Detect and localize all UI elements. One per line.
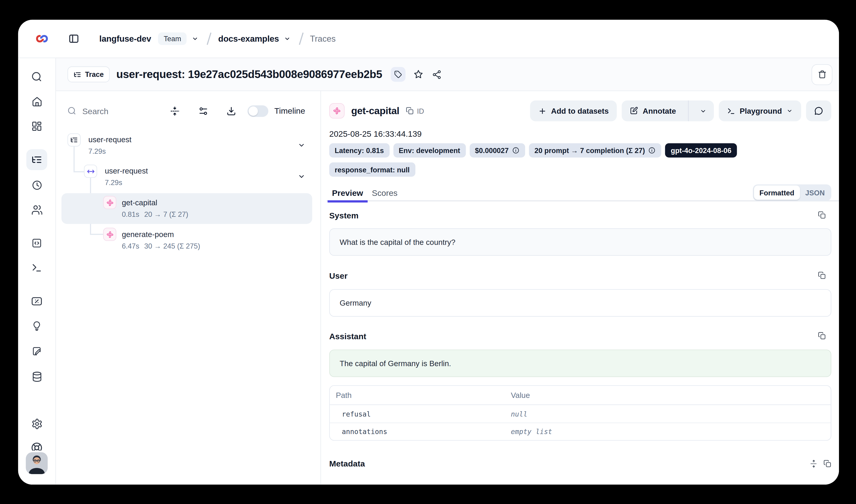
tracing-nav-icon-active[interactable] — [26, 149, 47, 170]
metadata-section-header: Metadata — [329, 459, 832, 468]
trace-badge-label: Trace — [85, 70, 104, 78]
table-row: refusal null — [330, 405, 831, 422]
terminal-icon — [727, 107, 735, 115]
timeline-label: Timeline — [274, 106, 305, 115]
view-mode-toggle: Formatted JSON — [753, 184, 832, 201]
trace-tree-panel: Timeline user-request 7.29s — [56, 91, 321, 485]
tree-row-label[interactable]: generate-poem — [122, 230, 174, 239]
project-chevron-down-icon[interactable] — [284, 35, 291, 42]
copy-metadata-icon[interactable] — [823, 459, 832, 468]
annotate-button[interactable]: Annotate — [622, 100, 684, 121]
support-lifebuoy-nav-icon[interactable] — [30, 441, 44, 451]
metadata-label: Metadata — [329, 459, 365, 468]
delete-trace-button[interactable] — [812, 64, 833, 85]
tree-search-input[interactable] — [83, 103, 159, 119]
annotation-queues-nav-icon[interactable] — [30, 344, 44, 358]
tree-row-duration: 7.29s — [105, 178, 122, 187]
settings-gear-nav-icon[interactable] — [30, 417, 44, 431]
trace-node-icon[interactable] — [67, 133, 81, 146]
datasets-database-nav-icon[interactable] — [30, 370, 44, 384]
search-nav-icon[interactable] — [30, 70, 44, 84]
info-icon — [648, 147, 656, 154]
add-to-datasets-button[interactable]: Add to datasets — [530, 100, 617, 121]
path-value-table: Path Value refusal null annotations empt… — [329, 385, 832, 441]
list-tree-icon — [74, 70, 81, 78]
sessions-clock-nav-icon[interactable] — [30, 178, 44, 192]
tabs-row: Preview Scores Formatted JSON — [326, 184, 839, 201]
system-section-label: System — [329, 210, 358, 220]
users-nav-icon[interactable] — [30, 202, 44, 217]
playground-button[interactable]: Playground — [719, 100, 801, 121]
user-message-box: Germany — [329, 289, 832, 317]
lightbulb-nav-icon[interactable] — [30, 319, 44, 333]
observation-timestamp: 2025-08-25 16:33:44.139 — [329, 129, 422, 138]
tree-row-duration: 7.29s — [88, 147, 106, 155]
model-badge[interactable]: gpt-4o-2024-08-06 — [665, 143, 737, 157]
tree-row-label-selected[interactable]: get-capital — [122, 198, 157, 207]
tree-row-collapse-chevron[interactable] — [297, 173, 306, 181]
breadcrumb-divider — [299, 33, 304, 44]
token-usage-badge[interactable]: 20 prompt → 7 completion (Σ 27) — [529, 143, 662, 157]
info-icon — [512, 147, 520, 154]
screenshot-stage: langfuse-dev Team docs-examples Traces — [0, 0, 856, 504]
tree-row-metrics: 30 → 245 (Σ 275) — [144, 242, 200, 250]
env-badge: Env: development — [393, 143, 466, 157]
favorite-star-button[interactable] — [412, 68, 424, 80]
evals-percent-nav-icon[interactable] — [30, 294, 44, 308]
star-icon — [413, 69, 424, 79]
filter-settings-icon[interactable] — [198, 106, 209, 116]
trace-header-row: Trace user-request: 19e27ac025d543b008e9… — [56, 58, 839, 91]
org-chevron-down-icon[interactable] — [192, 35, 199, 42]
metric-badges: Latency: 0.81s Env: development $0.00002… — [329, 143, 817, 177]
generation-node-icon[interactable] — [103, 196, 116, 209]
tab-preview[interactable]: Preview — [328, 184, 368, 201]
generation-node-icon[interactable] — [103, 228, 116, 241]
tag-button[interactable] — [391, 67, 406, 82]
col-path-header: Path — [330, 391, 511, 399]
view-formatted-option[interactable]: Formatted — [754, 185, 800, 200]
expand-metadata-icon[interactable] — [809, 459, 818, 468]
message-bubble-icon — [814, 106, 823, 116]
top-bar: langfuse-dev Team docs-examples Traces — [18, 20, 839, 58]
user-avatar[interactable] — [26, 452, 48, 474]
timeline-toggle[interactable] — [247, 105, 268, 117]
download-icon[interactable] — [226, 106, 236, 116]
table-header-row: Path Value — [330, 386, 831, 405]
project-name[interactable]: docs-examples — [218, 34, 279, 44]
tab-scores[interactable]: Scores — [368, 184, 402, 201]
tree-row-metrics: 20 → 7 (Σ 27) — [144, 210, 188, 218]
org-name[interactable]: langfuse-dev — [100, 34, 151, 44]
langfuse-logo-icon[interactable] — [35, 31, 49, 46]
copy-system-icon[interactable] — [818, 211, 826, 219]
annotate-dropdown-chevron[interactable] — [693, 100, 714, 121]
breadcrumb-divider — [207, 33, 211, 44]
comments-button[interactable] — [806, 100, 832, 121]
home-nav-icon[interactable] — [30, 94, 44, 109]
dashboard-nav-icon[interactable] — [30, 119, 44, 133]
id-label[interactable]: ID — [417, 107, 424, 115]
copy-assistant-icon[interactable] — [818, 331, 826, 340]
app-window: langfuse-dev Team docs-examples Traces — [18, 20, 839, 485]
sidebar-toggle-icon[interactable] — [67, 33, 79, 44]
tree-row-label[interactable]: user-request — [105, 166, 148, 175]
cost-badge[interactable]: $0.000027 — [469, 143, 525, 157]
tree-row-selected-highlight — [61, 193, 312, 224]
view-json-option[interactable]: JSON — [800, 185, 830, 200]
share-button[interactable] — [431, 68, 443, 80]
trace-title: user-request: 19e27ac025d543b008e9086977… — [116, 68, 382, 81]
tree-row-label[interactable]: user-request — [88, 135, 131, 144]
assistant-section-label: Assistant — [329, 331, 366, 341]
system-message-box: What is the capital of the country? — [329, 228, 832, 256]
copy-user-icon[interactable] — [818, 271, 826, 280]
breadcrumb-section[interactable]: Traces — [310, 34, 336, 44]
share-icon — [432, 70, 442, 79]
org-type-badge: Team — [158, 33, 187, 45]
playground-terminal-nav-icon[interactable] — [30, 261, 44, 275]
table-row: annotations empty list — [330, 422, 831, 440]
collapse-all-icon[interactable] — [170, 106, 180, 116]
copy-id-icon[interactable] — [406, 107, 414, 115]
prompts-nav-icon[interactable] — [30, 236, 44, 250]
latency-badge: Latency: 0.81s — [329, 143, 389, 157]
span-node-icon[interactable] — [84, 165, 97, 178]
tree-row-collapse-chevron[interactable] — [297, 141, 306, 149]
